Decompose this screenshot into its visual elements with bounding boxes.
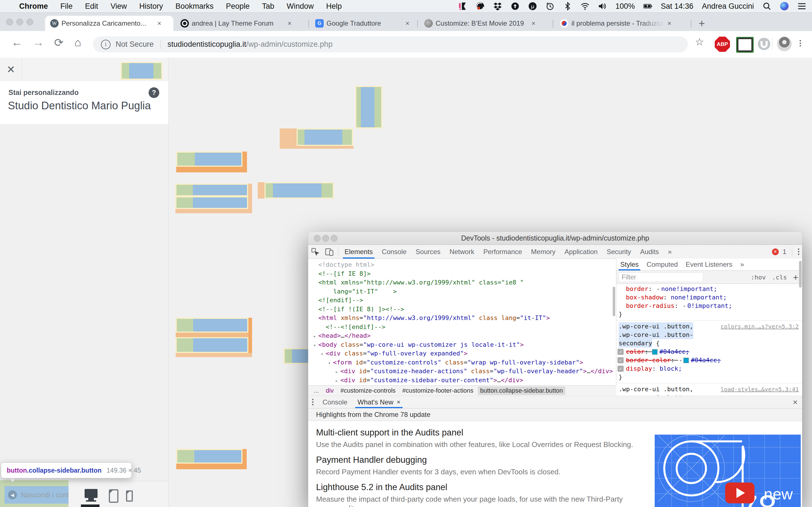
css-line[interactable]: secondary { xyxy=(616,339,802,348)
dom-tree-line[interactable]: ▸<div id="customize-header-actions" clas… xyxy=(308,367,616,376)
dom-tree-line[interactable]: <!doctype html> xyxy=(308,260,616,269)
tab-close-icon[interactable]: × xyxy=(288,19,292,27)
css-line[interactable]: ✓border-color: ▸#04a4cc; xyxy=(616,356,802,364)
address-bar[interactable]: i Not Secure studiodentisticopuglia.it/w… xyxy=(93,36,688,52)
menu-item-help[interactable]: Help xyxy=(326,2,342,11)
tab-customize-best-movie[interactable]: Customize: B’Est Movie 2019 × xyxy=(419,16,551,31)
spotlight-search-icon[interactable] xyxy=(762,2,771,11)
menu-item-history[interactable]: History xyxy=(139,2,163,11)
window-close-button[interactable] xyxy=(6,18,13,25)
volume-icon[interactable] xyxy=(598,2,607,11)
drawer-tab-close-icon[interactable]: × xyxy=(397,396,400,408)
devtools-tab-security[interactable]: Security xyxy=(602,245,636,259)
devtools-tab-[interactable]: » xyxy=(663,245,676,259)
css-line[interactable]: ✓display: block; xyxy=(616,364,802,373)
back-button[interactable]: ← xyxy=(11,36,22,49)
help-icon[interactable]: ? xyxy=(149,87,159,98)
menu-item-file[interactable]: File xyxy=(60,2,73,11)
color-swatch[interactable] xyxy=(652,349,658,355)
devtools-tab-application[interactable]: Application xyxy=(560,245,602,259)
expand-arrow-icon[interactable]: ▾ xyxy=(318,350,326,359)
drawer-menu-icon[interactable] xyxy=(312,399,313,405)
css-line[interactable]: } xyxy=(616,373,802,381)
window-minimize-button[interactable] xyxy=(16,18,23,25)
breadcrumb-item[interactable]: div xyxy=(323,386,336,395)
wifi-icon[interactable] xyxy=(580,2,590,11)
time-machine-icon[interactable] xyxy=(546,2,555,11)
siri-icon[interactable] xyxy=(780,2,789,11)
drawer-tab-whats-new[interactable]: What's New × xyxy=(352,396,405,408)
css-line[interactable]: .wp-core-ui .button,colors.min.…s?ver=5.… xyxy=(616,322,802,331)
error-count[interactable]: 1 xyxy=(783,248,786,256)
dom-tree-line[interactable]: <!--<![endif]--> xyxy=(308,323,616,332)
css-line[interactable]: box-shadow: none!important; xyxy=(616,293,802,302)
styles-tab-computed[interactable]: Computed xyxy=(643,259,682,270)
devtools-tab-audits[interactable]: Audits xyxy=(636,245,663,259)
dom-tree-line[interactable]: ▸<div id="customize-sidebar-outer-conten… xyxy=(308,376,616,385)
expand-arrow-icon[interactable]: ▸ xyxy=(333,368,340,377)
menu-item-chrome[interactable]: Chrome xyxy=(19,2,48,11)
utorrent-icon[interactable]: µ xyxy=(528,2,537,11)
expand-arrow-icon[interactable]: ▾ xyxy=(326,359,333,368)
screenshot-extension-icon[interactable] xyxy=(737,38,753,52)
breadcrumb-item[interactable]: ... xyxy=(312,386,321,395)
whats-new-video-thumbnail[interactable]: 78 new xyxy=(655,435,801,507)
devtools-tab-sources[interactable]: Sources xyxy=(411,245,445,259)
css-line[interactable]: .wp-core-ui .button- xyxy=(616,331,802,339)
window-zoom-button[interactable] xyxy=(27,18,33,25)
url-text[interactable]: studiodentisticopuglia.it/wp-admin/custo… xyxy=(167,40,333,49)
dropbox-icon[interactable] xyxy=(493,2,502,11)
devtools-tab-console[interactable]: Console xyxy=(377,245,411,259)
home-button[interactable]: ⌂ xyxy=(74,36,81,49)
breadcrumb-item[interactable]: button.collapse-sidebar.button xyxy=(478,386,565,395)
dom-tree-line[interactable]: <html xmlns="http://www.w3.org/1999/xhtm… xyxy=(308,314,616,323)
menu-item-edit[interactable]: Edit xyxy=(85,2,98,11)
css-line[interactable]: .wp-core-ui .button- xyxy=(616,393,802,396)
new-style-rule-button[interactable]: + xyxy=(793,272,798,282)
styles-scrollbar[interactable] xyxy=(799,261,802,288)
css-line[interactable]: border-radius: ▸0!important; xyxy=(616,302,802,310)
tab-close-icon[interactable]: × xyxy=(667,19,671,27)
dom-tree-line[interactable]: ▾<form id="customize-controls" class="wr… xyxy=(308,358,616,367)
styles-filter-input[interactable]: Filter xyxy=(619,272,703,282)
dom-tree-line[interactable]: <!--[if IE 8]> xyxy=(308,269,616,278)
magnet-extension-icon[interactable] xyxy=(757,37,771,52)
breadcrumb-item[interactable]: #customize-controls xyxy=(338,386,398,395)
css-line[interactable]: } xyxy=(616,310,802,319)
devtools-titlebar[interactable]: DevTools - studiodentisticopuglia.it/wp-… xyxy=(308,232,802,245)
menu-item-view[interactable]: View xyxy=(110,2,127,11)
property-checkbox[interactable]: ✓ xyxy=(617,365,624,372)
dom-tree-line[interactable]: <![endif]--> xyxy=(308,296,616,305)
menu-item-tab[interactable]: Tab xyxy=(262,2,274,11)
browser-menu-icon[interactable] xyxy=(800,40,801,47)
expand-arrow-icon[interactable]: ▸ xyxy=(311,332,318,341)
expand-arrow-icon[interactable]: ▾ xyxy=(311,341,318,350)
styles-tab-[interactable]: » xyxy=(737,259,748,270)
preview-tablet-button[interactable] xyxy=(109,489,118,503)
devtools-tab-elements[interactable]: Elements xyxy=(340,245,377,259)
property-checkbox[interactable]: ✓ xyxy=(617,349,624,355)
drawer-tab-console[interactable]: Console xyxy=(317,396,352,408)
forward-button[interactable]: → xyxy=(33,36,44,49)
dom-tree-line[interactable]: lang="it-IT" > xyxy=(308,287,616,296)
security-label[interactable]: Not Secure xyxy=(116,40,154,49)
dom-tree-line[interactable]: ▾<div class="wp-full-overlay expanded"> xyxy=(308,349,616,358)
menu-clock[interactable]: Sat 14:36 xyxy=(661,2,694,11)
preview-desktop-button[interactable] xyxy=(85,489,98,498)
css-line[interactable]: .wp-core-ui .button,load-styles…&ver=5.3… xyxy=(616,385,802,393)
dom-tree-line[interactable]: <!--[if !(IE 8) ]><!--> xyxy=(308,305,616,314)
styles-tab-eventlisteners[interactable]: Event Listeners xyxy=(682,259,736,270)
styles-tab-styles[interactable]: Styles xyxy=(616,259,643,270)
devtools-tab-memory[interactable]: Memory xyxy=(527,245,560,259)
error-badge-icon[interactable]: ✕ xyxy=(772,248,779,255)
breadcrumb-item[interactable]: #customize-footer-actions xyxy=(400,386,476,395)
notification-center-icon[interactable] xyxy=(797,2,806,11)
stylesheet-source-link[interactable]: load-styles…&ver=5.3:41 xyxy=(721,385,799,393)
css-line[interactable]: ✓color: #04a4cc; xyxy=(616,348,802,356)
blocker-app-icon[interactable] xyxy=(458,2,467,11)
hov-toggle[interactable]: :hov xyxy=(751,274,766,281)
bookmark-star-icon[interactable]: ☆ xyxy=(695,36,704,48)
tab-close-icon[interactable]: × xyxy=(405,19,409,27)
cloud-upload-icon[interactable] xyxy=(511,2,520,11)
camera-record-app-icon[interactable] xyxy=(476,2,485,11)
